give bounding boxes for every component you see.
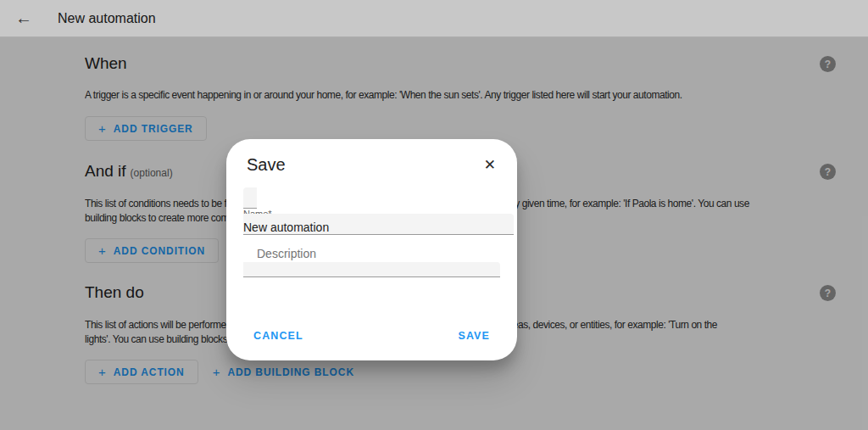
save-dialog: Save ✕ Name* CANCEL SAVE: [226, 139, 517, 360]
save-button[interactable]: SAVE: [451, 325, 497, 347]
dialog-title: Save: [247, 155, 286, 175]
cancel-button[interactable]: CANCEL: [247, 325, 310, 347]
dialog-scrim-toolbar: [0, 0, 868, 37]
name-field[interactable]: Name*: [243, 187, 514, 235]
dialog-fields: Name*: [226, 175, 517, 277]
name-field-label: Name*: [243, 209, 500, 219]
save-dialog-header: Save ✕: [226, 139, 517, 175]
description-field[interactable]: [243, 262, 500, 277]
dialog-actions: CANCEL SAVE: [247, 325, 497, 347]
dialog-close-button[interactable]: ✕: [481, 156, 499, 174]
close-icon: ✕: [484, 157, 496, 173]
description-input[interactable]: [243, 235, 500, 274]
name-input[interactable]: [243, 219, 500, 234]
